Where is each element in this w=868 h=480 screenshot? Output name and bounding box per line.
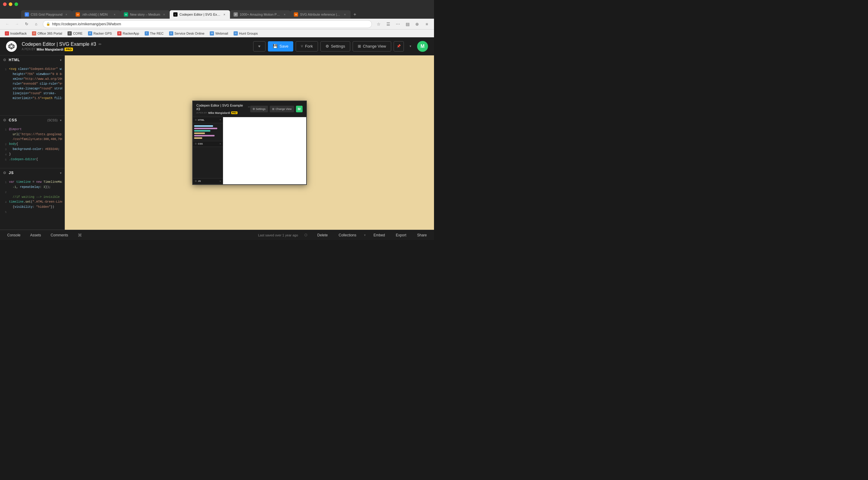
code-line: miterlimit="1.5"><path fill="#00abff" <box>2 96 62 101</box>
js-panel-header[interactable]: ⚙ JS ▾ <box>0 168 64 177</box>
back-button[interactable]: ← <box>3 20 11 28</box>
embed-avatar[interactable]: M <box>296 106 303 112</box>
fork-button[interactable]: ⑂ Fork <box>296 41 318 52</box>
export-button[interactable]: Export <box>392 231 410 239</box>
traffic-light-red[interactable] <box>3 2 7 6</box>
new-tab-button[interactable]: + <box>350 10 359 19</box>
bookmark-label-therec: The REC <box>150 32 164 35</box>
bookmark-office365[interactable]: O Office 365 Portal <box>30 31 64 36</box>
code-line: stroke-linecap="round" stroke- <box>2 87 62 91</box>
tab-motion[interactable]: P 1000+ Amazing Motion Pho… × <box>230 10 290 19</box>
cmd-icon[interactable]: ⌘ <box>74 232 86 239</box>
comments-tab[interactable]: Comments <box>47 232 72 239</box>
embed-js-gear-icon: ⚙ <box>195 180 197 182</box>
tab-css-grid[interactable]: C CSS Grid Playground × <box>21 10 72 19</box>
heart-button[interactable]: ♥ <box>253 41 266 52</box>
embed-html-header[interactable]: ⚙ HTML ▾ <box>193 117 223 123</box>
edit-title-icon[interactable]: ✏ <box>98 42 101 46</box>
bookmark-insiderack[interactable]: I InsideRack <box>2 31 29 36</box>
codepen-title: Codepen Editor | SVG Example #3 ✏ <box>22 41 248 47</box>
html-panel-header[interactable]: ⚙ HTML ▾ <box>0 56 64 64</box>
save-button[interactable]: 💾 Save <box>268 41 293 52</box>
bookmarks-button[interactable]: ☆ <box>374 20 383 28</box>
tab-close-new-story[interactable]: × <box>162 12 166 16</box>
js-code-area[interactable]: 1 var timeline = new TimelineMax({repeat… <box>0 179 64 216</box>
address-input[interactable]: 🔒 https://codepen.io/mikemang/pen/JWwbxm <box>43 20 372 28</box>
bookmark-therec[interactable]: T The REC <box>142 31 166 36</box>
code-line: linejoin="round" stroke- <box>2 91 62 96</box>
code-line: 5 <box>2 210 62 215</box>
css-chevron-icon[interactable]: ▾ <box>60 118 61 122</box>
settings-button[interactable]: ⚙ Settings <box>320 41 350 52</box>
tab-new-story[interactable]: M New story – Medium × <box>120 10 170 19</box>
bookmark-webmail[interactable]: W Webmail <box>207 31 230 36</box>
bookmark-icon-insiderack: I <box>5 31 9 36</box>
user-avatar[interactable]: M <box>417 41 428 52</box>
embed-js-chevron[interactable]: ▾ <box>220 180 221 182</box>
embed-button[interactable]: Embed <box>370 231 389 239</box>
menu-button[interactable]: ⋯ <box>394 20 402 28</box>
tab-favicon-svg-attr: M <box>294 12 298 16</box>
embed-css-subpanel: ⚙ CSS ▾ <box>193 141 223 147</box>
tab-close-svg-attr[interactable]: × <box>343 12 347 16</box>
bookmark-rackergps[interactable]: R Racker GPS <box>86 31 114 36</box>
code-line: xmlns="http://www.w3.org/2000/svg" fill- <box>2 77 62 81</box>
js-gear-icon[interactable]: ⚙ <box>3 171 6 175</box>
tab-codepen[interactable]: C Codepen Editor | SVG Exam… × <box>170 10 230 19</box>
reader-view-button[interactable]: ☰ <box>384 20 393 28</box>
refresh-button[interactable]: ↻ <box>22 20 31 28</box>
external-link-icon[interactable]: ⬡ <box>302 231 310 239</box>
bookmark-servicedesk[interactable]: S Service Desk Online <box>167 31 207 36</box>
html-gear-icon[interactable]: ⚙ <box>3 58 6 62</box>
css-gear-icon[interactable]: ⚙ <box>3 118 6 122</box>
css-code-area[interactable]: 1 @import url('https://fonts.googleapis.… <box>0 126 64 164</box>
traffic-light-green[interactable] <box>14 2 18 6</box>
embed-css-header[interactable]: ⚙ CSS ▾ <box>193 141 223 147</box>
embed-code-line <box>194 137 202 139</box>
sidebar-button[interactable]: ▤ <box>403 20 412 28</box>
embed-change-view-button[interactable]: ⊞ Change View <box>270 106 294 112</box>
share-button[interactable]: Share <box>413 231 430 239</box>
dropdown-button[interactable]: ▾ <box>406 41 415 52</box>
bookmark-label-core: CORE <box>73 32 83 35</box>
embed-html-chevron[interactable]: ▾ <box>220 118 221 121</box>
tab-close-nth-child[interactable]: × <box>113 12 117 16</box>
embed-settings-button[interactable]: ⚙ Settings <box>250 106 268 112</box>
collections-button[interactable]: Collections <box>335 231 360 239</box>
html-code-area[interactable]: 1 <svg class="Codepen-Editor" width="75%… <box>0 66 64 102</box>
tab-close-codepen[interactable]: × <box>222 12 226 16</box>
embed-css-chevron[interactable]: ▾ <box>220 143 221 145</box>
embed-title-text: Codepen Editor | SVG Example #3 <box>196 104 246 111</box>
console-tab[interactable]: Console <box>4 232 24 239</box>
embed-edit-icon: ✏ <box>248 106 250 108</box>
pen-by-label: A PEN BY <box>22 47 36 51</box>
delete-button[interactable]: Delete <box>314 231 332 239</box>
embed-actions: ⚙ Settings ⊞ Change View M <box>250 106 303 112</box>
bookmark-label-huntgroups: Hunt Groups <box>239 32 258 35</box>
home-button[interactable]: ⌂ <box>32 20 40 28</box>
bookmark-core[interactable]: C CORE <box>65 31 85 36</box>
change-view-button[interactable]: ⊞ Change View <box>352 41 391 52</box>
css-panel-header[interactable]: ⚙ CSS (SCSS) ▾ <box>0 116 64 125</box>
forward-button[interactable]: → <box>13 20 21 28</box>
collections-chevron-icon[interactable]: ▾ <box>364 233 366 237</box>
embed-change-view-label: Change View <box>276 107 291 110</box>
bookmark-huntgroups[interactable]: H Hunt Groups <box>231 31 260 36</box>
js-chevron-icon[interactable]: ▾ <box>60 171 61 175</box>
tab-nth-child[interactable]: M :nth-child() | MDN × <box>72 10 120 19</box>
tab-svg-attr[interactable]: M SVG Attribute reference | M… × <box>290 10 350 19</box>
traffic-light-yellow[interactable] <box>9 2 12 6</box>
tab-close-css-grid[interactable]: × <box>64 12 68 16</box>
pin-button[interactable]: 📌 <box>394 41 404 52</box>
more-button[interactable]: ≡ <box>423 20 431 28</box>
bookmark-rackerapp[interactable]: R RackerApp <box>115 31 141 36</box>
fork-icon: ⑂ <box>301 44 303 48</box>
pro-badge: PRO <box>64 47 73 51</box>
bookmark-label-rackergps: Racker GPS <box>93 32 112 35</box>
zoom-button[interactable]: ⊕ <box>413 20 421 28</box>
assets-tab[interactable]: Assets <box>27 232 44 239</box>
tab-close-motion[interactable]: × <box>282 12 287 16</box>
embed-js-header[interactable]: ⚙ JS ▾ <box>193 178 223 184</box>
tab-title-nth-child: :nth-child() | MDN <box>82 13 111 16</box>
html-chevron-icon[interactable]: ▾ <box>60 59 61 62</box>
